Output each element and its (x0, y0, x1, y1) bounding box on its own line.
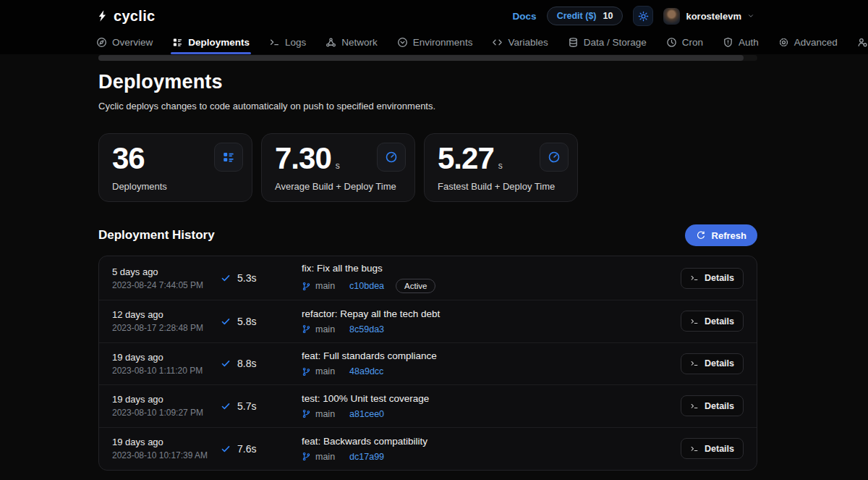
tab-deployments[interactable]: Deployments (172, 32, 250, 54)
chevron-down-icon (747, 12, 754, 20)
deploy-age: 19 days ago (112, 394, 221, 405)
details-label: Details (705, 273, 734, 283)
check-icon (221, 401, 231, 411)
details-button[interactable]: Details (681, 353, 744, 374)
tab-logs[interactable]: Logs (269, 32, 306, 54)
branch-name: main (315, 366, 335, 376)
header-actions: Docs Credit ($) 10 korostelevm (513, 6, 754, 26)
deployment-history-list: 5 days ago 2023-08-24 7:44:05 PM 5.3s fi… (98, 256, 757, 471)
tab-overview[interactable]: Overview (96, 32, 153, 54)
deploy-duration: 5.7s (237, 400, 256, 412)
check-icon (221, 358, 231, 369)
tab-network[interactable]: Network (326, 32, 378, 54)
timer-icon (540, 143, 569, 172)
terminal-icon (690, 274, 699, 282)
active-badge: Active (396, 279, 435, 293)
terminal-icon (269, 37, 280, 48)
history-header: Deployment History Refresh (98, 224, 757, 246)
stat-card: 5.27s Fastest Build + Deploy Time (424, 133, 578, 202)
deployments-icon (214, 143, 243, 172)
app-logo[interactable]: cyclic (96, 7, 155, 25)
details-label: Details (705, 401, 734, 411)
theme-toggle-button[interactable] (633, 6, 653, 26)
tab-cron[interactable]: Cron (666, 32, 703, 54)
tab-auth[interactable]: Auth (723, 32, 759, 54)
code-icon (492, 37, 503, 48)
deployment-row: 12 days ago 2023-08-17 2:28:48 PM 5.8s r… (99, 300, 757, 343)
commit-hash-link[interactable]: a81cee0 (349, 409, 384, 419)
details-label: Details (705, 358, 734, 369)
logo-text: cyclic (114, 8, 155, 25)
deploy-age: 5 days ago (112, 266, 221, 277)
clock-icon (666, 37, 677, 48)
terminal-icon (690, 402, 699, 410)
shield-icon (723, 37, 733, 48)
tab-variables[interactable]: Variables (492, 32, 548, 54)
nav-scrollbar-thumb[interactable] (98, 55, 744, 61)
commit-hash-link[interactable]: dc17a99 (349, 452, 384, 462)
deploy-timestamp: 2023-08-10 1:09:27 PM (112, 408, 221, 418)
deployment-row: 19 days ago 2023-08-10 1:11:20 PM 8.8s f… (99, 343, 757, 386)
deploy-age: 19 days ago (112, 437, 221, 447)
refresh-icon (696, 230, 706, 240)
commit-message: feat: Backwards compatibility (302, 436, 686, 447)
database-icon (568, 37, 579, 48)
stat-label: Average Build + Deploy Time (275, 181, 396, 192)
sun-icon (638, 11, 649, 22)
app-header: cyclic Docs Credit ($) 10 korostelevm (0, 0, 868, 32)
commit-hash-link[interactable]: 48a9dcc (349, 366, 383, 376)
credit-value: 10 (603, 11, 613, 21)
git-branch-icon (302, 367, 311, 376)
stat-value: 5.27 (438, 141, 494, 175)
network-icon (326, 37, 336, 48)
check-icon (221, 444, 231, 454)
tab-advanced[interactable]: Advanced (778, 32, 838, 54)
terminal-icon (690, 317, 699, 326)
tab-data-storage[interactable]: Data / Storage (568, 32, 647, 54)
deploy-timestamp: 2023-08-17 2:28:48 PM (112, 323, 221, 333)
deploy-timestamp: 2023-08-24 7:44:05 PM (112, 280, 221, 290)
git-branch-icon (302, 452, 311, 461)
stat-unit: s (498, 161, 503, 171)
deploy-duration: 5.3s (237, 272, 256, 284)
user-menu[interactable]: korostelevm (663, 8, 754, 25)
deploy-duration: 8.8s (237, 358, 256, 369)
admin-icon (857, 37, 868, 48)
refresh-button[interactable]: Refresh (685, 224, 757, 246)
git-branch-icon (302, 409, 311, 418)
deployments-page: Deployments Cyclic deploys changes to co… (0, 61, 868, 471)
credit-badge[interactable]: Credit ($) 10 (547, 7, 624, 25)
deployment-row: 5 days ago 2023-08-24 7:44:05 PM 5.3s fi… (99, 256, 757, 300)
stat-value: 7.30 (275, 141, 331, 175)
deploy-timestamp: 2023-08-10 10:17:39 AM (112, 450, 221, 460)
commit-message: feat: Full standards compliance (302, 350, 686, 361)
details-button[interactable]: Details (681, 311, 744, 332)
docs-link[interactable]: Docs (513, 11, 537, 22)
avatar (663, 8, 680, 25)
details-button[interactable]: Details (681, 438, 744, 459)
deploy-timestamp: 2023-08-10 1:11:20 PM (112, 366, 221, 376)
details-button[interactable]: Details (681, 395, 744, 416)
git-branch-icon (302, 282, 311, 291)
deploy-age: 19 days ago (112, 352, 221, 363)
nav-scrollbar[interactable] (98, 55, 757, 61)
tab-admin[interactable]: Ad (857, 32, 868, 54)
commit-hash-link[interactable]: c10bdea (349, 281, 384, 291)
stats-row: 36 Deployments 7.30s Average Build + Dep… (98, 133, 757, 202)
terminal-icon (690, 359, 699, 368)
details-label: Details (705, 316, 734, 327)
deployment-row: 19 days ago 2023-08-10 10:17:39 AM 7.6s … (99, 428, 757, 471)
git-branch-icon (302, 324, 311, 334)
deploy-age: 12 days ago (112, 309, 221, 320)
commit-message: refactor: Repay all the tech debt (302, 308, 686, 319)
deploy-duration: 7.6s (237, 443, 256, 455)
branch-name: main (315, 452, 335, 462)
commit-hash-link[interactable]: 8c59da3 (349, 324, 384, 334)
tab-environments[interactable]: Environments (397, 32, 473, 54)
cyclic-bolt-icon (96, 7, 109, 25)
history-title: Deployment History (98, 228, 215, 243)
gear-icon (778, 37, 789, 48)
details-button[interactable]: Details (681, 268, 744, 289)
details-label: Details (705, 444, 734, 454)
branch-name: main (315, 409, 335, 419)
